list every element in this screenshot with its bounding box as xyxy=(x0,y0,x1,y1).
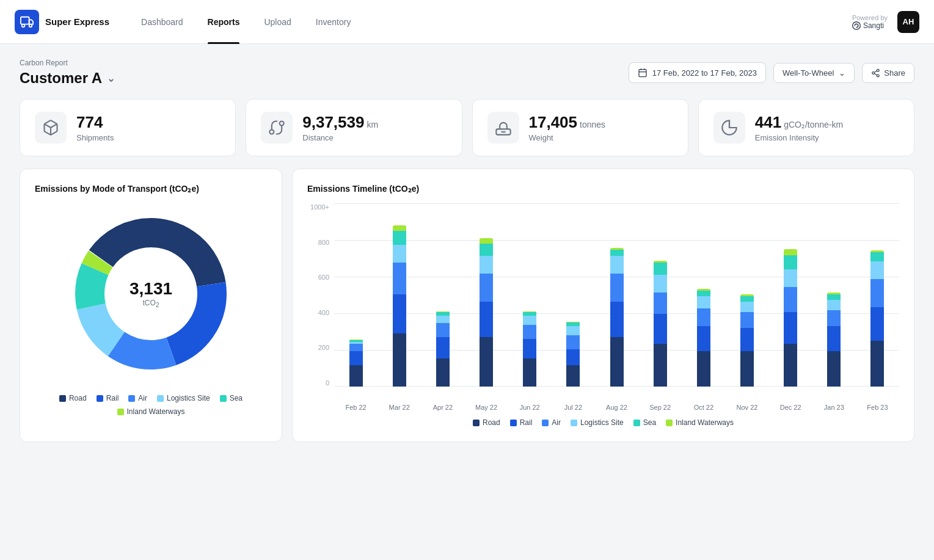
bar-segment xyxy=(436,323,450,337)
bar-legend-sea: Sea xyxy=(633,418,656,427)
x-label: Jul 22 xyxy=(552,400,595,411)
bar-segment xyxy=(870,252,884,261)
bar-group xyxy=(552,322,595,387)
nav-dashboard[interactable]: Dashboard xyxy=(129,0,195,44)
date-range-label: 17 Feb, 2022 to 17 Feb, 2023 xyxy=(652,68,757,78)
bars-area xyxy=(334,203,899,387)
svg-point-16 xyxy=(280,122,284,126)
chart-inner xyxy=(334,203,899,387)
user-avatar: AH xyxy=(897,11,919,33)
svg-point-3 xyxy=(29,24,32,27)
nav-upload[interactable]: Upload xyxy=(252,0,303,44)
bar-segment xyxy=(480,274,493,302)
bar-stack xyxy=(610,248,624,387)
weight-icon xyxy=(487,112,519,144)
bar-group xyxy=(334,340,378,387)
distance-label: Distance xyxy=(302,133,378,142)
bar-segment xyxy=(566,326,580,335)
x-label: Jan 23 xyxy=(812,400,856,411)
bar-segment xyxy=(480,244,493,256)
bar-segment xyxy=(784,344,797,387)
svg-rect-0 xyxy=(21,16,29,24)
bar-group xyxy=(856,250,899,387)
main-content: Carbon Report Customer A ⌄ 17 Feb, 2022 … xyxy=(0,44,934,457)
x-label: Apr 22 xyxy=(421,400,464,411)
bar-segment xyxy=(870,279,884,307)
bar-group xyxy=(812,293,856,387)
svg-line-12 xyxy=(875,73,877,75)
bar-stack xyxy=(740,294,754,387)
x-label: Aug 22 xyxy=(595,400,638,411)
bar-chart-area: 1000+ 800 600 400 200 0 xyxy=(307,203,899,411)
bar-segment xyxy=(436,358,450,387)
donut-unit: tCO2 xyxy=(130,299,172,308)
bar-segment xyxy=(697,308,710,326)
customer-title[interactable]: Customer A ⌄ xyxy=(20,70,115,87)
bar-stack xyxy=(870,250,884,387)
bar-segment xyxy=(436,316,450,323)
bar-segment xyxy=(827,326,841,351)
sangti-brand: Sangti xyxy=(852,21,888,30)
bar-segment xyxy=(827,300,841,310)
bar-segment xyxy=(654,314,667,344)
stat-card-distance: 9,37,539km Distance xyxy=(246,99,462,156)
shipments-value: 774 xyxy=(76,113,114,132)
bar-stack xyxy=(566,322,580,387)
bar-segment xyxy=(393,333,406,387)
bar-segment xyxy=(697,291,710,296)
bar-segment xyxy=(740,302,754,312)
bar-segment xyxy=(436,337,450,358)
donut-panel: Emissions by Mode of Transport (tCO₂e) xyxy=(20,169,282,442)
stat-info-emission: 441gCO₂/tonne-km Emission Intensity xyxy=(755,113,843,142)
legend-inland: Inland Waterways xyxy=(117,407,185,416)
bar-segment xyxy=(654,263,667,275)
bar-segment xyxy=(784,249,797,255)
bar-stack xyxy=(436,311,450,387)
bar-stack xyxy=(393,225,406,387)
legend-logistics: Logistics Site xyxy=(157,394,210,402)
bar-segment xyxy=(740,351,754,387)
bar-segment xyxy=(523,358,536,387)
bar-segment xyxy=(523,325,536,339)
bar-segment xyxy=(697,326,710,351)
emission-icon xyxy=(713,112,745,144)
bar-segment xyxy=(654,293,667,314)
carbon-report-label: Carbon Report xyxy=(20,59,115,67)
share-button[interactable]: Share xyxy=(862,63,914,83)
bar-chart-panel: Emissions Timeline (tCO₂e) 1000+ 800 600… xyxy=(292,169,914,442)
x-label: Mar 22 xyxy=(378,400,421,411)
navbar: Super Express Dashboard Reports Upload I… xyxy=(0,0,934,44)
distance-icon xyxy=(261,112,293,144)
emission-value: 441gCO₂/tonne-km xyxy=(755,113,843,132)
app-name: Super Express xyxy=(45,16,109,27)
bar-stack xyxy=(349,340,363,387)
stat-cards: 774 Shipments 9,37,539km Distance 17,405… xyxy=(20,99,914,156)
bar-segment xyxy=(610,337,624,387)
date-range-button[interactable]: 17 Feb, 2022 to 17 Feb, 2023 xyxy=(629,62,766,83)
nav-links: Dashboard Reports Upload Inventory xyxy=(129,0,363,44)
shipments-label: Shipments xyxy=(76,133,114,142)
x-label: Nov 22 xyxy=(725,400,768,411)
bar-chart-wrap: 1000+ 800 600 400 200 0 xyxy=(307,203,899,427)
nav-inventory[interactable]: Inventory xyxy=(304,0,363,44)
stat-card-shipments: 774 Shipments xyxy=(20,99,236,156)
x-label: Dec 22 xyxy=(769,400,812,411)
bar-segment xyxy=(566,335,580,349)
bar-segment xyxy=(393,294,406,333)
x-label: Feb 22 xyxy=(334,400,378,411)
nav-reports[interactable]: Reports xyxy=(195,0,252,44)
bar-group xyxy=(769,249,812,387)
bar-segment xyxy=(393,225,406,231)
bar-segment xyxy=(827,310,841,326)
bar-segment xyxy=(523,316,536,325)
svg-point-4 xyxy=(853,21,861,29)
donut-chart: 3,131 tCO2 xyxy=(65,208,236,379)
header-actions: 17 Feb, 2022 to 17 Feb, 2023 Well-To-Whe… xyxy=(629,62,914,83)
bar-segment xyxy=(349,344,363,351)
bar-segment xyxy=(654,344,667,387)
y-axis-labels: 1000+ 800 600 400 200 0 xyxy=(307,203,334,387)
well-to-wheel-button[interactable]: Well-To-Wheel ⌄ xyxy=(773,63,855,83)
x-axis-labels: Feb 22Mar 22Apr 22May 22Jun 22Jul 22Aug … xyxy=(334,400,899,411)
bar-segment xyxy=(610,274,624,302)
bar-segment xyxy=(610,250,624,256)
